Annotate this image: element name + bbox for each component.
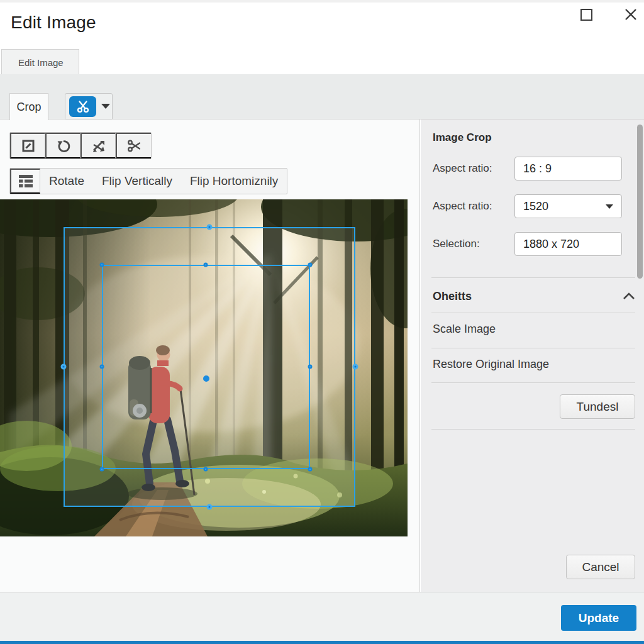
divider bbox=[431, 382, 635, 383]
dialog-header: Edit Image bbox=[0, 3, 644, 49]
options-section-header[interactable]: Oheitts bbox=[431, 283, 635, 309]
divider bbox=[431, 348, 635, 348]
tab-label: Edit Image bbox=[18, 57, 64, 68]
image-canvas bbox=[0, 199, 408, 536]
crop-handle-inner-mid-right[interactable] bbox=[308, 365, 313, 369]
footer-accent-bar bbox=[0, 641, 644, 644]
tab-crop[interactable]: Crop bbox=[9, 93, 48, 120]
divider bbox=[431, 277, 635, 278]
scrollbar-thumb[interactable] bbox=[637, 125, 643, 279]
options-section-title: Oheitts bbox=[431, 290, 472, 303]
crop-handle-inner-bottom-right[interactable] bbox=[308, 467, 313, 472]
crop-tab-label: Crop bbox=[16, 101, 41, 114]
selection-label: Selection: bbox=[433, 238, 480, 250]
restore-original-item[interactable]: Restore Original Image bbox=[433, 358, 634, 371]
swap-arrows-icon bbox=[91, 138, 106, 153]
tab-edit-image[interactable]: Edit Image bbox=[1, 49, 79, 75]
cut-button[interactable] bbox=[116, 133, 151, 158]
flip-horizontally-button[interactable]: Flip Hortomiznily bbox=[181, 169, 287, 194]
tab-strip: Edit Image bbox=[0, 49, 644, 74]
maximize-button[interactable] bbox=[575, 4, 597, 25]
divider bbox=[431, 313, 635, 313]
settings-panel bbox=[421, 119, 644, 592]
rotate-button-icon[interactable] bbox=[45, 133, 80, 158]
cancel-button[interactable]: Cancel bbox=[566, 555, 635, 579]
scale-image-item[interactable]: Scale Image bbox=[433, 323, 634, 336]
scissors-icon bbox=[75, 99, 91, 114]
close-button[interactable] bbox=[620, 4, 641, 25]
crop-selection-inner[interactable] bbox=[102, 265, 310, 469]
tundesl-button[interactable]: Tundesl bbox=[560, 394, 635, 419]
swap-button[interactable] bbox=[80, 133, 116, 158]
crop-handle-inner-top-left[interactable] bbox=[100, 263, 104, 267]
crop-handle-inner-top-right[interactable] bbox=[308, 263, 313, 267]
crop-handle-outer-left[interactable] bbox=[61, 364, 67, 370]
divider bbox=[431, 429, 635, 430]
flip-vertically-button[interactable]: Flip Vertically bbox=[93, 169, 181, 194]
panel-heading: Image Crop bbox=[433, 131, 492, 144]
crop-handle-inner-bottom-center[interactable] bbox=[204, 467, 208, 472]
aspect-ratio-input[interactable] bbox=[514, 157, 622, 180]
crop-center-marker[interactable] bbox=[203, 375, 209, 382]
crop-handle-inner-top-center[interactable] bbox=[204, 263, 208, 267]
edit-icon-toolbar bbox=[9, 132, 152, 159]
selection-input[interactable] bbox=[514, 232, 622, 256]
rotate-button[interactable]: Rotate bbox=[40, 169, 93, 194]
layout-list-icon bbox=[18, 174, 33, 188]
rotate-icon bbox=[56, 138, 71, 153]
transform-toolbar: Rotate Flip Vertically Flip Hortomiznily bbox=[9, 168, 287, 194]
chevron-up-icon bbox=[623, 292, 635, 300]
dropdown-caret-icon[interactable] bbox=[101, 104, 110, 109]
scissors-icon bbox=[126, 138, 142, 153]
aspect-ratio-select[interactable]: 1520 bbox=[514, 194, 622, 218]
crop-handle-outer-bottom[interactable] bbox=[207, 504, 213, 510]
aspect-ratio-label: Aspect ratio: bbox=[433, 162, 492, 175]
crop-handle-outer-right[interactable] bbox=[353, 364, 358, 370]
crop-handle-inner-mid-left[interactable] bbox=[100, 365, 104, 369]
edit-crop-icon bbox=[21, 138, 36, 153]
aspect-ratio2-label: Aspect ratio: bbox=[433, 200, 492, 213]
maximize-icon bbox=[580, 9, 592, 21]
crop-tool-split-button[interactable] bbox=[65, 93, 113, 119]
aspect-ratio-select-value: 1520 bbox=[523, 200, 548, 213]
crop-tool-active[interactable] bbox=[69, 96, 96, 117]
crop-handle-inner-bottom-left[interactable] bbox=[100, 467, 104, 472]
page-title: Edit Image bbox=[11, 13, 96, 33]
dialog-footer bbox=[0, 592, 644, 644]
crop-handle-outer-top[interactable] bbox=[207, 225, 213, 230]
update-button[interactable]: Update bbox=[561, 605, 636, 631]
layout-list-button[interactable] bbox=[10, 169, 40, 194]
close-icon bbox=[623, 7, 638, 22]
select-caret-icon bbox=[606, 204, 613, 209]
edit-crop-button[interactable] bbox=[10, 133, 45, 158]
